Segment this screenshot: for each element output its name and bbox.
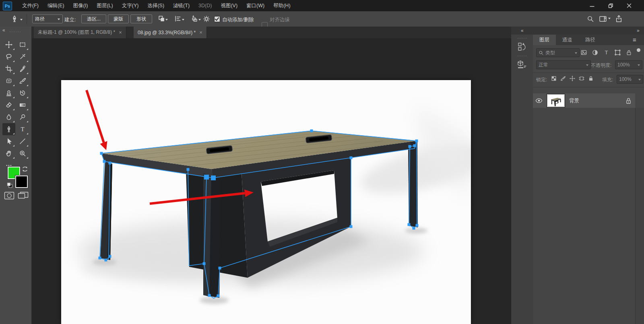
layer-visibility-eye-icon[interactable] [533, 98, 545, 103]
document-tab-08jpg[interactable]: 08.jpg @ 33.3%(RGB/8#) * × [134, 27, 207, 38]
collapse-tools-icon[interactable]: « [2, 27, 5, 33]
restore-button[interactable] [601, 0, 620, 11]
filter-smart-objects-icon[interactable] [625, 49, 632, 56]
tool-line[interactable] [16, 135, 29, 147]
pen-tool-preset-icon[interactable] [10, 15, 19, 23]
menu-view[interactable]: 视图(V) [216, 0, 242, 11]
document-tab-untitled[interactable]: 未标题-1 @ 100% (图层 1, RGB/8) * × [34, 27, 126, 38]
tool-type[interactable]: T [16, 123, 29, 135]
tool-blur[interactable] [2, 111, 15, 123]
layers-panel: 图层 通道 路径 ≡ 类型 T 正常 不透明度: 100% 锁定 [533, 35, 644, 324]
lock-image-icon[interactable] [560, 75, 566, 82]
menu-bar: 文件(F) 编辑(E) 图像(I) 图层(L) 文字(Y) 选择(S) 滤镜(T… [18, 0, 295, 11]
tool-history-brush[interactable] [16, 87, 29, 99]
tool-path-selection[interactable] [2, 135, 15, 147]
layer-name: 背景 [569, 97, 626, 104]
tool-rectangular-marquee[interactable] [16, 39, 29, 51]
svg-text:T: T [21, 126, 24, 132]
blend-mode-dropdown[interactable]: 正常 [536, 60, 591, 69]
close-tab-icon[interactable]: × [199, 29, 202, 35]
make-selection-button[interactable]: 选区... [81, 14, 106, 23]
fill-dropdown[interactable]: 100% [617, 75, 643, 84]
close-window-button[interactable] [620, 0, 638, 11]
fill-label: 填充: [602, 76, 613, 83]
filter-type-layers-icon[interactable]: T [603, 49, 610, 56]
tool-spot-healing[interactable] [2, 75, 15, 87]
panel-grip[interactable] [10, 31, 22, 32]
lock-all-icon[interactable] [588, 75, 594, 82]
auto-add-delete-label: 自动添加/删除 [222, 17, 254, 23]
tool-move[interactable] [2, 39, 15, 51]
auto-add-delete-checkbox[interactable] [214, 16, 220, 22]
panel-scroll-track[interactable] [636, 108, 644, 324]
photoshop-logo-icon: Ps [3, 2, 12, 10]
layer-thumbnail[interactable] [547, 94, 565, 107]
background-color-swatch[interactable] [15, 175, 28, 188]
tool-options-bar: 路径 建立: 选区... 蒙版 形状 自动添加/删除 对齐边缘 [0, 11, 644, 27]
menu-3d[interactable]: 3D(D) [194, 0, 216, 11]
menu-help[interactable]: 帮助(H) [269, 0, 295, 11]
tool-magic-wand[interactable] [16, 51, 29, 63]
path-arrangement-icon[interactable] [191, 15, 201, 23]
make-shape-button[interactable]: 形状 [130, 14, 152, 23]
workspace-switcher-icon[interactable] [599, 15, 611, 23]
tab-paths[interactable]: 路径 [579, 35, 602, 45]
gear-settings-icon[interactable] [203, 15, 210, 23]
screen-mode-button[interactable] [18, 192, 29, 200]
tool-brush[interactable] [16, 75, 29, 87]
path-alignment-icon[interactable] [174, 15, 184, 23]
tool-zoom[interactable] [16, 147, 29, 159]
tool-clone-stamp[interactable] [2, 87, 15, 99]
menu-image[interactable]: 图像(I) [69, 0, 93, 11]
layer-filter-dropdown[interactable]: 类型 [536, 48, 580, 57]
tool-crop[interactable] [2, 63, 15, 75]
minimize-button[interactable] [583, 0, 601, 11]
tab-channels[interactable]: 通道 [556, 35, 579, 45]
share-icon[interactable] [615, 15, 623, 23]
make-mask-button[interactable]: 蒙版 [108, 14, 129, 23]
properties-panel-icon[interactable] [516, 59, 528, 70]
filter-toggle-icon[interactable] [637, 48, 640, 52]
menu-edit[interactable]: 编辑(E) [43, 0, 69, 11]
swap-colors-icon[interactable] [22, 166, 28, 172]
menu-filter[interactable]: 滤镜(T) [169, 0, 194, 11]
layer-lock-icon[interactable] [626, 98, 631, 104]
menu-window[interactable]: 窗口(W) [242, 0, 269, 11]
menu-file[interactable]: 文件(F) [18, 0, 43, 11]
tool-lasso[interactable] [2, 51, 15, 63]
panel-tab-bar: 图层 通道 路径 [533, 35, 644, 45]
close-tab-icon[interactable]: × [119, 29, 122, 35]
tool-hand[interactable] [2, 147, 15, 159]
tool-eraser[interactable] [2, 99, 15, 111]
collapse-panels-icon[interactable]: » [637, 28, 640, 33]
layer-row-background[interactable]: 背景 [533, 93, 635, 108]
title-bar: Ps 文件(F) 编辑(E) 图像(I) 图层(L) 文字(Y) 选择(S) 滤… [0, 0, 644, 11]
filter-adjustment-layers-icon[interactable] [592, 49, 599, 56]
tool-pen[interactable] [2, 123, 15, 135]
tool-gradient[interactable] [16, 99, 29, 111]
opacity-dropdown[interactable]: 100% [615, 60, 642, 69]
create-label: 建立: [64, 17, 76, 23]
quick-mask-button[interactable] [4, 192, 14, 200]
tool-dodge[interactable] [16, 111, 29, 123]
filter-shape-layers-icon[interactable] [614, 49, 621, 56]
tab-layers[interactable]: 图层 [533, 35, 556, 45]
tool-eyedropper[interactable] [16, 63, 29, 75]
filter-pixel-layers-icon[interactable] [580, 49, 587, 56]
tool-preset-chevron-icon[interactable] [20, 19, 23, 22]
path-operations-icon[interactable] [158, 15, 168, 23]
svg-text:T: T [605, 50, 608, 56]
search-icon[interactable] [587, 15, 594, 23]
menu-type[interactable]: 文字(Y) [118, 0, 143, 11]
panel-menu-icon[interactable]: ≡ [633, 36, 636, 43]
lock-artboard-icon[interactable] [578, 75, 585, 82]
lock-transparency-icon[interactable] [551, 75, 557, 82]
default-colors-icon[interactable] [6, 182, 13, 188]
lock-position-icon[interactable] [569, 75, 576, 82]
menu-layer[interactable]: 图层(L) [92, 0, 117, 11]
document-canvas[interactable] [61, 80, 471, 324]
expand-panels-icon[interactable]: « [521, 28, 524, 33]
history-panel-icon[interactable] [516, 41, 528, 52]
menu-select[interactable]: 选择(S) [143, 0, 169, 11]
tool-mode-dropdown[interactable]: 路径 [32, 14, 63, 23]
